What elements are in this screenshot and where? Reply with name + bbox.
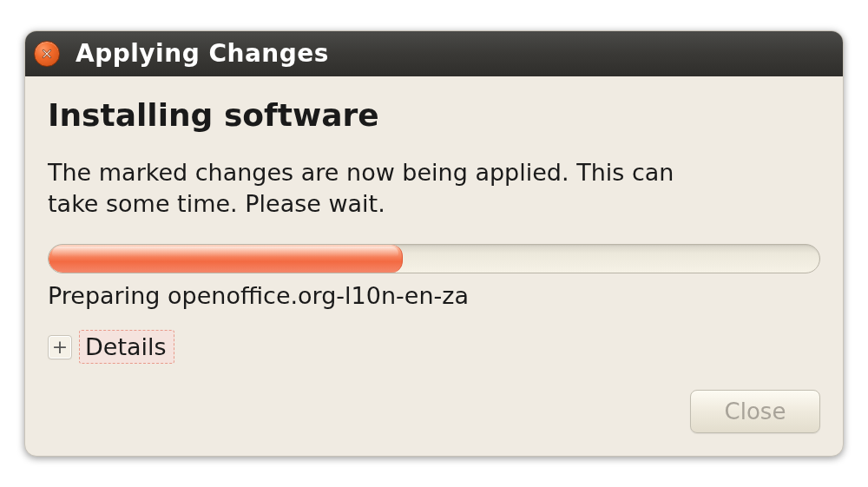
- dialog-window: Applying Changes Installing software The…: [24, 30, 844, 457]
- close-icon[interactable]: [34, 41, 60, 67]
- dialog-content: Installing software The marked changes a…: [25, 76, 843, 457]
- details-expander-row: + Details: [48, 330, 820, 364]
- titlebar: Applying Changes: [25, 31, 843, 76]
- page-heading: Installing software: [48, 97, 820, 133]
- button-row: Close: [48, 390, 820, 433]
- expand-icon[interactable]: +: [48, 335, 72, 359]
- progress-fill: [49, 245, 403, 273]
- progress-bar: [48, 244, 820, 273]
- window-title: Applying Changes: [76, 39, 329, 68]
- close-button: Close: [690, 390, 820, 433]
- details-button[interactable]: Details: [79, 330, 174, 364]
- description-text: The marked changes are now being applied…: [48, 157, 716, 220]
- status-text: Preparing openoffice.org-l10n-en-za: [48, 282, 820, 309]
